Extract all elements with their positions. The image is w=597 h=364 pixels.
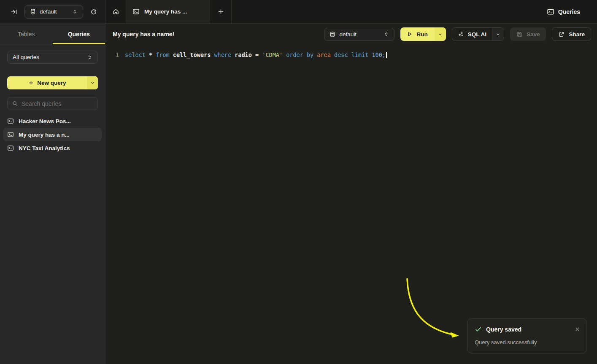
sql-token: from bbox=[156, 51, 170, 58]
chevron-down-icon bbox=[496, 32, 500, 37]
terminal-icon bbox=[7, 131, 14, 138]
sql-token: 100 bbox=[372, 51, 382, 58]
database-icon bbox=[330, 31, 335, 38]
database-icon bbox=[30, 8, 36, 15]
tab-bar: My query has ... Queries bbox=[105, 0, 597, 23]
terminal-icon bbox=[132, 8, 140, 15]
refresh-button[interactable] bbox=[87, 5, 100, 18]
sql-token: order bbox=[286, 51, 303, 58]
sql-ai-button[interactable]: SQL AI bbox=[452, 28, 492, 40]
share-button[interactable]: Share bbox=[552, 27, 591, 41]
chevron-updown-icon bbox=[72, 9, 78, 15]
home-button[interactable] bbox=[105, 0, 126, 23]
terminal-icon bbox=[7, 145, 14, 151]
sql-token: desc bbox=[334, 51, 348, 58]
collapse-icon bbox=[11, 8, 17, 15]
share-label: Share bbox=[569, 31, 585, 38]
sql-ai-split-button: SQL AI bbox=[452, 27, 504, 41]
new-query-button[interactable]: New query bbox=[7, 76, 87, 89]
new-query-dropdown-button[interactable] bbox=[87, 76, 98, 89]
text-cursor bbox=[386, 52, 387, 58]
terminal-icon bbox=[547, 8, 554, 16]
sql-ai-dropdown-button[interactable] bbox=[492, 28, 504, 40]
tab-label: My query has ... bbox=[144, 8, 187, 15]
sidebar-tab-queries-label: Queries bbox=[68, 31, 90, 38]
new-tab-button[interactable] bbox=[210, 0, 231, 23]
sql-token bbox=[152, 51, 156, 58]
share-icon bbox=[558, 31, 565, 38]
connection-select-value: default bbox=[40, 8, 68, 15]
queries-header: Queries bbox=[547, 0, 597, 23]
sql-token bbox=[170, 51, 173, 58]
chevron-updown-icon bbox=[384, 31, 389, 37]
connection-select[interactable]: default bbox=[24, 5, 83, 19]
query-list-item-my-query[interactable]: My query has a n... bbox=[3, 128, 102, 141]
sql-token: cell_towers bbox=[173, 51, 211, 58]
editor-header: My query has a name! default bbox=[106, 24, 597, 44]
query-list-item-hacker-news[interactable]: Hacker News Pos... bbox=[3, 114, 102, 128]
toast-close-button[interactable] bbox=[575, 326, 580, 332]
refresh-icon bbox=[90, 8, 97, 15]
query-title[interactable]: My query has a name! bbox=[113, 31, 174, 38]
run-label: Run bbox=[416, 31, 427, 38]
sql-editor[interactable]: 1 select * from cell_towers where radio … bbox=[106, 44, 597, 59]
main-area: My query has a name! default bbox=[106, 24, 597, 364]
plus-icon bbox=[218, 8, 224, 15]
sql-token: = bbox=[255, 51, 259, 58]
database-select-value: default bbox=[339, 31, 380, 38]
sql-token: ; bbox=[382, 51, 386, 58]
run-button[interactable]: Run bbox=[400, 27, 434, 41]
save-label: Save bbox=[527, 31, 540, 38]
sidebar-tab-tables[interactable]: Tables bbox=[0, 24, 53, 44]
sql-token bbox=[303, 51, 307, 58]
sidebar-collapse-button[interactable] bbox=[8, 5, 20, 18]
sql-token: by bbox=[307, 51, 313, 58]
search-queries-input[interactable] bbox=[22, 100, 93, 107]
home-icon bbox=[112, 8, 119, 15]
query-item-label: NYC Taxi Analytics bbox=[19, 145, 70, 151]
toast-title: Query saved bbox=[486, 326, 570, 333]
sql-token: area bbox=[317, 51, 331, 58]
sql-ai-label: SQL AI bbox=[468, 31, 486, 38]
new-query-split-button: New query bbox=[7, 76, 98, 89]
database-select[interactable]: default bbox=[324, 28, 394, 41]
sql-token: limit bbox=[351, 51, 369, 58]
tab-bar-separator bbox=[231, 0, 232, 23]
sql-token: 'CDMA' bbox=[262, 51, 283, 58]
query-list-item-nyc-taxi[interactable]: NYC Taxi Analytics bbox=[3, 141, 102, 155]
sql-token: where bbox=[214, 51, 231, 58]
queries-header-label: Queries bbox=[558, 8, 580, 15]
query-filter-value: All queries bbox=[13, 54, 87, 60]
chevron-updown-icon bbox=[87, 54, 92, 60]
sql-token: select bbox=[125, 51, 146, 58]
editor-actions: default Run bbox=[324, 27, 591, 41]
search-queries-box bbox=[7, 97, 98, 110]
search-icon bbox=[12, 100, 18, 107]
run-dropdown-button[interactable] bbox=[435, 27, 446, 41]
query-list: Hacker News Pos... My query has a n... N… bbox=[0, 114, 105, 155]
new-query-label: New query bbox=[37, 80, 66, 86]
sql-token bbox=[252, 51, 255, 58]
top-bar-left: default bbox=[0, 0, 105, 23]
chevron-down-icon bbox=[90, 81, 95, 85]
save-button[interactable]: Save bbox=[510, 27, 546, 41]
chevron-down-icon bbox=[438, 32, 443, 37]
code-line-tokens: select * from cell_towers where radio = … bbox=[125, 51, 386, 58]
sql-token: radio bbox=[235, 51, 252, 58]
run-split-button: Run bbox=[400, 27, 446, 41]
toast-message: Query saved successfully bbox=[475, 339, 580, 345]
save-icon bbox=[516, 31, 523, 38]
sql-token: * bbox=[149, 51, 152, 58]
sql-token bbox=[331, 51, 334, 58]
query-item-label: My query has a n... bbox=[19, 132, 70, 138]
toast-query-saved: Query saved Query saved successfully bbox=[467, 318, 586, 353]
query-filter-select[interactable]: All queries bbox=[7, 51, 98, 64]
query-item-label: Hacker News Pos... bbox=[19, 118, 71, 124]
line-number: 1 bbox=[109, 51, 119, 58]
tab-my-query[interactable]: My query has ... bbox=[126, 0, 210, 23]
toast-header: Query saved bbox=[475, 326, 580, 333]
terminal-icon bbox=[7, 118, 14, 124]
top-bar: default bbox=[0, 0, 597, 24]
sidebar-tab-queries[interactable]: Queries bbox=[53, 24, 105, 44]
sidebar-tabs: Tables Queries bbox=[0, 24, 105, 44]
